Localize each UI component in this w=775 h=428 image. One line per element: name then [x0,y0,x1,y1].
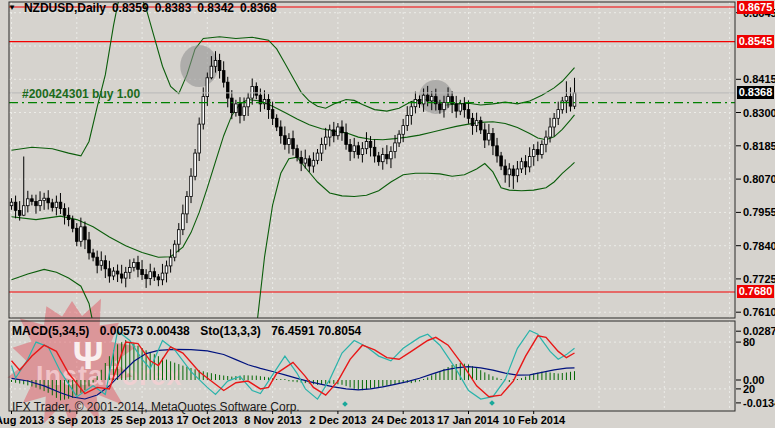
date-tick-label: 2 Dec 2013 [310,414,367,426]
stochastic-indicator-label: Sto(13,3,3) [200,324,261,338]
symbol-timeframe-label: NZDUSD,Daily [24,1,106,15]
macd-indicator-values: 0.00573 0.00438 [100,324,190,338]
price-tick-label: 0.8300 [743,107,775,119]
symbol-dropdown-icon[interactable]: ▼ [8,3,16,13]
open-order-label: #200424301 buy 1.00 [22,87,140,101]
indicator-tick-label: -0.01345 [743,397,775,409]
stochastic-indicator-values: 76.4591 70.8054 [271,324,361,338]
date-tick-label: 25 Sep 2013 [111,414,174,426]
ohlc-open: 0.8359 [112,1,149,15]
date-tick-label: 3 Sep 2013 [49,414,106,426]
date-tick-label: 17 Jan 2014 [437,414,499,426]
object-anchor-icon [489,400,495,406]
price-tick-label: 0.8185 [743,140,775,152]
price-level-badge: 0.8545 [737,35,774,48]
indicator-header: MACD(5,34,5) 0.00573 0.00438 Sto(13,3,3)… [12,324,368,338]
mt4-chart-window: Ψ InstaForex ▼ NZDUSD,Daily 0.8359 0.838… [0,0,775,428]
date-tick-label: 8 Nov 2013 [244,414,301,426]
indicator-tick-label: 80 [743,336,775,348]
macd-indicator-label: MACD(5,34,5) [12,324,89,338]
ohlc-close: 0.8368 [240,1,277,15]
chart-title: ▼ NZDUSD,Daily 0.8359 0.8383 0.8342 0.83… [8,1,277,15]
price-chart-canvas[interactable]: Ψ InstaForex [0,0,775,428]
bollinger-band-line [12,100,575,258]
price-tick-label: 0.8070 [743,173,775,185]
date-tick-label: 17 Oct 2013 [176,414,237,426]
date-tick-label: 10 Feb 2014 [503,414,565,426]
price-tick-label: 0.7610 [743,306,775,318]
price-tick-label: 0.8415 [743,73,775,85]
price-tick-label: 0.7725 [743,273,775,285]
ohlc-low: 0.8342 [197,1,234,15]
price-tick-label: 0.7955 [743,206,775,218]
price-tick-label: 0.7840 [743,240,775,252]
indicator-tick-label: 20 [743,383,775,395]
price-level-badge: 0.7680 [737,285,774,298]
object-anchor-icon [342,401,348,407]
price-level-badge: 0.8675 [737,1,774,14]
chart-series [9,0,735,428]
platform-copyright: IFX Trader, © 2001-2014, MetaQuotes Soft… [12,400,300,414]
price-level-badge: 0.8368 [737,86,774,99]
ohlc-high: 0.8383 [155,1,192,15]
date-tick-label: 24 Dec 2013 [372,414,435,426]
date-tick-label: 12 Aug 2013 [0,414,44,426]
